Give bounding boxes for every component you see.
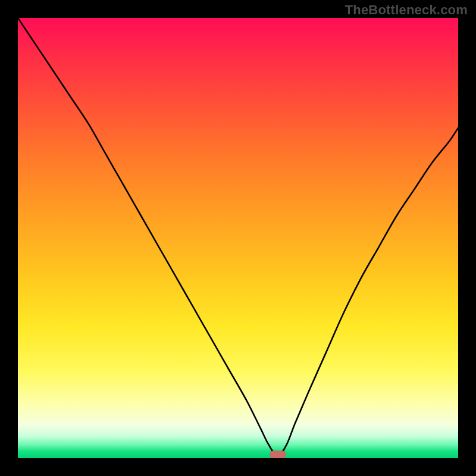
curve-layer <box>18 18 458 458</box>
bottleneck-curve <box>18 18 458 456</box>
optimum-marker <box>270 451 286 458</box>
chart-frame: TheBottleneck.com <box>0 0 476 476</box>
attribution-text: TheBottleneck.com <box>345 2 468 18</box>
plot-area <box>18 18 458 458</box>
